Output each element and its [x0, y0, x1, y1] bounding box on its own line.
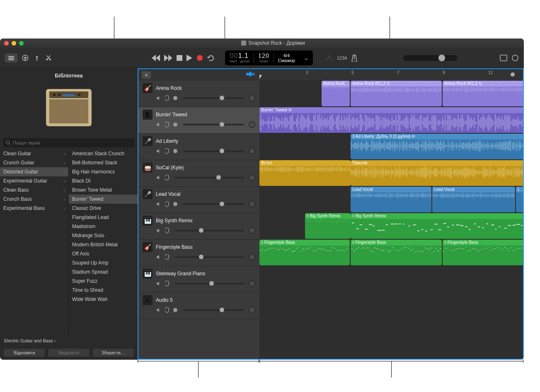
rec-enable-button[interactable] [172, 201, 178, 207]
track-header[interactable]: 🎹 Big Synth Remix [138, 213, 259, 240]
library-preset-item[interactable]: Maelstrom [69, 222, 138, 231]
tuner-button[interactable] [325, 54, 333, 62]
library-preset-item[interactable]: Classic Drive [69, 204, 138, 213]
library-preset-item[interactable]: Wide Wide Wah [69, 295, 138, 304]
solo-button[interactable] [164, 122, 170, 127]
library-category-item[interactable]: Experimental Guitar› [0, 176, 68, 185]
ruler[interactable]: 3 5 7 9 11 [259, 69, 523, 81]
mute-button[interactable] [156, 254, 162, 260]
library-category-list[interactable]: Clean Guitar›Crunch Guitar›Distorted Gui… [0, 149, 69, 336]
region[interactable]: ◊ Fingerstyle Bass [443, 240, 523, 265]
timeline-lane[interactable] [259, 293, 523, 319]
library-category-item[interactable]: Crunch Bass› [0, 195, 68, 204]
library-category-item[interactable]: Distorted Guitar› [0, 167, 68, 176]
maximize-button[interactable] [19, 41, 24, 46]
library-preset-item[interactable]: Midrange Solo [69, 231, 138, 240]
library-search[interactable] [3, 138, 134, 147]
track-header[interactable]: 🎹 Steinway Grand Piano [138, 266, 259, 293]
region[interactable]: Arena Rock #01,3 ↻ [443, 81, 523, 106]
rec-enable-button[interactable] [172, 148, 178, 154]
mute-button[interactable] [156, 148, 162, 154]
rec-enable-button[interactable] [172, 307, 178, 313]
track-header[interactable]: 🎤 Ad Liberty [138, 134, 259, 160]
track-volume-slider[interactable] [175, 256, 244, 258]
solo-button[interactable] [164, 307, 170, 313]
timeline-lane[interactable] [259, 266, 523, 293]
region[interactable]: Lead Vocal [432, 187, 515, 212]
library-path[interactable]: Electric Guitar and Bass › [0, 336, 138, 346]
track-volume-slider[interactable] [175, 283, 244, 284]
quick-help-button[interactable]: ? [22, 54, 29, 62]
master-volume-slider[interactable] [403, 55, 457, 61]
forward-button[interactable] [164, 55, 172, 61]
mute-button[interactable] [156, 175, 162, 180]
lcd-display[interactable]: 001.1 ТАКТ ДОЛЯ 120 ТЕМП 4/4 Смажор ⌄ [225, 51, 313, 65]
restore-button[interactable]: Відновити [3, 348, 45, 357]
timeline-lane[interactable]: Arena RockArena Rock #01,2 ↻Arena Rock #… [259, 81, 523, 107]
timeline-lane[interactable]: ◊ Big Synth Remix◊ Big Synth Remix [259, 213, 523, 240]
timeline-lane[interactable]: ◊ Fingerstyle Bass◊ Fingerstyle Bass◊ Fi… [259, 240, 523, 266]
track-header[interactable]: 🎛 Burnin' Tweed [138, 107, 259, 134]
library-preset-item[interactable]: American Stack Crunch [69, 149, 138, 158]
minimize-button[interactable] [12, 41, 16, 46]
region[interactable]: Вступ [259, 160, 351, 186]
metronome-button[interactable] [351, 54, 358, 62]
track-volume-slider[interactable] [183, 124, 244, 125]
region[interactable]: Приспів [351, 160, 523, 186]
solo-button[interactable] [164, 175, 170, 180]
region[interactable]: L [516, 187, 523, 212]
mute-button[interactable] [156, 122, 162, 127]
library-preset-item[interactable]: Off Axis [69, 249, 138, 258]
library-preset-item[interactable]: Black DI [69, 176, 138, 185]
notepad-button[interactable] [500, 55, 507, 61]
solo-button[interactable] [164, 228, 170, 233]
play-button[interactable] [186, 55, 192, 61]
library-preset-item[interactable]: Super Fuzz [69, 277, 138, 286]
save-button[interactable]: Зберегти… [92, 348, 134, 357]
tempo-value[interactable]: 120 [258, 52, 269, 60]
library-category-item[interactable]: Crunch Guitar› [0, 158, 68, 167]
library-preset-item[interactable]: Bell-Bottomed Stack [69, 158, 138, 167]
mute-button[interactable] [156, 95, 162, 101]
scissors-button[interactable] [45, 54, 52, 62]
track-header[interactable]: 🎸 Fingerstyle Bass [138, 240, 259, 266]
rewind-button[interactable] [152, 55, 160, 61]
catch-playhead-button[interactable] [246, 71, 256, 79]
library-category-item[interactable]: Clean Bass› [0, 185, 68, 195]
solo-button[interactable] [164, 254, 170, 260]
track-header[interactable]: ∿ Audio 5 [138, 293, 259, 319]
region[interactable]: ◊ Big Synth Remix [351, 213, 523, 239]
library-preset-item[interactable]: Stadium Spread [69, 267, 138, 277]
track-pan-knob[interactable] [249, 254, 255, 260]
cycle-button[interactable] [207, 55, 215, 61]
track-pan-knob[interactable] [249, 148, 255, 154]
zoom-thumb[interactable] [511, 72, 515, 77]
library-toggle-button[interactable] [5, 53, 17, 63]
solo-button[interactable] [164, 281, 170, 286]
library-preset-item[interactable]: Time to Shred [69, 286, 138, 295]
timeline-lane[interactable]: ВступПриспів [259, 160, 523, 187]
playhead-icon[interactable] [259, 75, 262, 79]
region[interactable]: ◊ Big Synth Remix [305, 213, 351, 239]
loops-button[interactable] [511, 54, 519, 62]
mute-button[interactable] [156, 307, 162, 313]
timeline-lane[interactable]: Lead VocalLead VocalL [259, 187, 523, 213]
close-button[interactable] [4, 41, 9, 46]
solo-button[interactable] [164, 201, 170, 207]
library-category-item[interactable]: Clean Guitar› [0, 149, 68, 158]
library-preset-list[interactable]: American Stack CrunchBell-Bottomed Stack… [69, 149, 138, 336]
region[interactable]: Arena Rock [322, 81, 350, 106]
region[interactable]: 3 Ad Liberty: Дубль 3 (3 дубля) ⟳ [351, 134, 523, 159]
solo-button[interactable] [164, 148, 170, 154]
key-signature[interactable]: Смажор [278, 58, 295, 63]
region[interactable]: ◊ Fingerstyle Bass [259, 240, 350, 265]
smart-controls-button[interactable] [33, 54, 41, 62]
library-preset-item[interactable]: Brown Tone Metal [69, 185, 138, 195]
region[interactable]: ◊ Fingerstyle Bass [351, 240, 442, 265]
count-in-button[interactable]: 1234 [337, 55, 347, 60]
add-track-button[interactable]: + [142, 71, 151, 79]
region[interactable]: Burnin' Tweed ⟳ [259, 107, 523, 133]
library-preset-item[interactable]: Burnin' Tweed [69, 195, 138, 204]
solo-button[interactable] [164, 95, 170, 101]
track-header[interactable]: 🎸 Arena Rock [138, 81, 259, 107]
